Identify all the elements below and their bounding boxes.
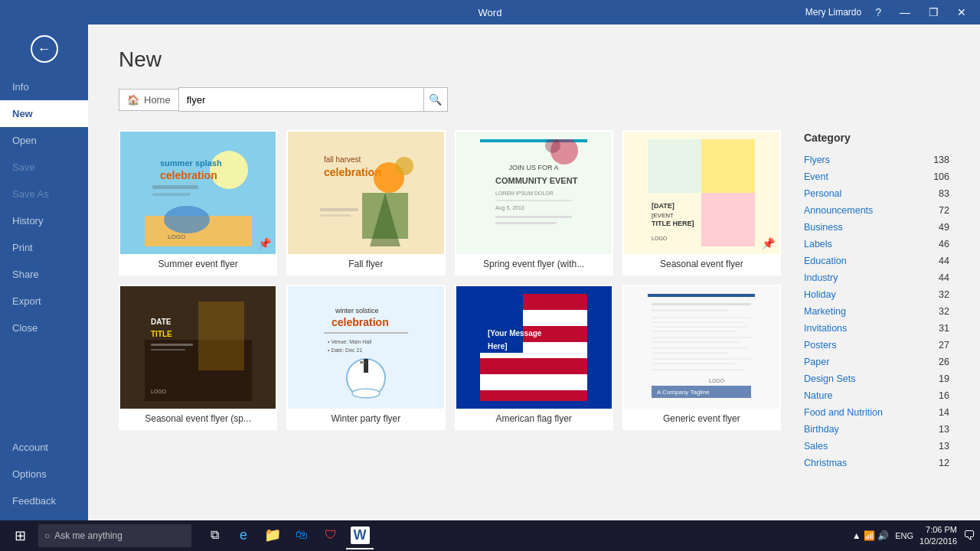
sidebar-item-new[interactable]: New <box>0 100 88 127</box>
sidebar-item-export[interactable]: Export <box>0 288 88 315</box>
notification-icon[interactable]: 🗨 <box>963 529 975 543</box>
category-item-holiday[interactable]: Holiday32 <box>804 286 949 303</box>
category-item-personal[interactable]: Personal83 <box>804 185 949 202</box>
template-card-spring[interactable]: JOIN US FOR A COMMUNITY EVENT LOREM IPSU… <box>455 130 613 276</box>
template-label-seasonal2: Seasonal event flyer (sp... <box>120 409 276 429</box>
category-label: Posters <box>804 340 836 350</box>
category-count: 32 <box>939 289 949 300</box>
search-icon: 🔍 <box>429 93 442 106</box>
template-card-seasonal[interactable]: [DATE] [EVENT TITLE HERE] LOGO 📌Seasonal… <box>622 130 781 276</box>
svg-text:• Date: Dec 21: • Date: Dec 21 <box>328 347 362 353</box>
category-item-christmas[interactable]: Christmas12 <box>804 455 949 471</box>
close-button[interactable]: ✕ <box>952 6 971 18</box>
category-count: 13 <box>939 441 949 452</box>
search-input[interactable] <box>178 87 423 112</box>
category-item-food-and-nutrition[interactable]: Food and Nutrition14 <box>804 404 949 421</box>
app-name: Word <box>479 7 502 18</box>
category-label: Paper <box>804 357 829 367</box>
category-item-posters[interactable]: Posters27 <box>804 337 949 354</box>
category-label: Event <box>804 171 828 182</box>
svg-point-52 <box>352 389 380 398</box>
template-thumb-winter: winter solstice celebration • Venue: Mai… <box>288 286 443 409</box>
category-title: Category <box>804 130 949 144</box>
taskbar-store[interactable]: 🛍 <box>288 522 315 549</box>
taskbar-word[interactable]: W <box>346 522 374 549</box>
template-thumb-fall: fall harvest celebration <box>288 132 443 254</box>
taskbar-edge[interactable]: e <box>230 522 257 549</box>
explorer-icon: 📁 <box>264 527 281 543</box>
svg-rect-31 <box>701 139 755 193</box>
template-thumb-seasonal: [DATE] [EVENT TITLE HERE] LOGO 📌 <box>624 132 779 254</box>
category-item-event[interactable]: Event106 <box>804 168 949 185</box>
sidebar-item-close[interactable]: Close <box>0 315 88 341</box>
category-item-birthday[interactable]: Birthday13 <box>804 421 949 438</box>
start-button[interactable]: ⊞ <box>5 522 35 549</box>
pin-icon[interactable]: 📌 <box>258 237 271 249</box>
template-card-flag[interactable]: [Your Message Here] American flag flyer <box>455 285 613 430</box>
category-label: Invitations <box>804 323 847 334</box>
category-count: 106 <box>933 171 949 182</box>
sidebar-item-info[interactable]: Info <box>0 73 88 100</box>
taskbar-search-label: Ask me anything <box>54 530 122 541</box>
svg-rect-71 <box>652 321 743 323</box>
template-card-generic[interactable]: LOGO A Company Tagline Generic event fly… <box>622 285 781 430</box>
category-label: Flyers <box>804 155 830 165</box>
svg-text:COMMUNITY EVENT: COMMUNITY EVENT <box>495 176 578 185</box>
taskview-icon: ⧉ <box>211 528 219 542</box>
category-count: 83 <box>939 188 949 199</box>
category-item-labels[interactable]: Labels46 <box>804 236 949 253</box>
category-item-paper[interactable]: Paper26 <box>804 354 949 370</box>
sidebar-item-open[interactable]: Open <box>0 127 88 154</box>
category-item-business[interactable]: Business49 <box>804 219 949 236</box>
svg-text:LOGO: LOGO <box>168 233 185 240</box>
home-icon: 🏠 <box>127 94 139 106</box>
category-item-industry[interactable]: Industry44 <box>804 269 949 286</box>
template-card-summer[interactable]: summer splash celebration LOGO 📌Summer e… <box>119 130 277 276</box>
sidebar-item-history[interactable]: History <box>0 207 88 234</box>
content-area: New 🏠 Home 🔍 summer splash celebration L… <box>88 24 980 520</box>
category-count: 46 <box>939 239 949 249</box>
restore-button[interactable]: ❐ <box>924 6 943 18</box>
taskbar-taskview[interactable]: ⧉ <box>201 522 228 549</box>
home-link[interactable]: 🏠 Home <box>119 89 178 111</box>
category-item-flyers[interactable]: Flyers138 <box>804 152 949 168</box>
svg-text:[Your Message: [Your Message <box>488 329 542 337</box>
category-item-marketing[interactable]: Marketing32 <box>804 303 949 320</box>
pin-icon[interactable]: 📌 <box>762 237 775 249</box>
taskbar-search[interactable]: ○ Ask me anything <box>38 524 191 547</box>
template-card-fall[interactable]: fall harvest celebration Fall flyer <box>286 130 445 276</box>
minimize-button[interactable]: — <box>895 6 915 18</box>
sidebar-item-print[interactable]: Print <box>0 234 88 261</box>
category-item-sales[interactable]: Sales13 <box>804 438 949 455</box>
svg-rect-53 <box>364 359 368 373</box>
sidebar-item-share[interactable]: Share <box>0 261 88 288</box>
sidebar-item-options[interactable]: Options <box>0 461 88 487</box>
category-count: 16 <box>939 390 949 401</box>
svg-point-7 <box>164 206 210 233</box>
category-item-invitations[interactable]: Invitations31 <box>804 320 949 337</box>
category-item-education[interactable]: Education44 <box>804 253 949 269</box>
template-card-seasonal2[interactable]: DATE TITLE LOGO Seasonal event flyer (sp… <box>119 285 277 430</box>
sidebar-item-account[interactable]: Account <box>0 434 88 461</box>
search-button[interactable]: 🔍 <box>423 87 448 112</box>
template-thumb-generic: LOGO A Company Tagline <box>624 286 779 409</box>
category-item-design-sets[interactable]: Design Sets19 <box>804 370 949 387</box>
category-label: Industry <box>804 272 838 283</box>
svg-text:winter solstice: winter solstice <box>335 307 379 315</box>
clock-time: 7:06 PM <box>920 524 957 536</box>
help-button[interactable]: ? <box>871 6 886 18</box>
svg-rect-43 <box>151 344 193 346</box>
taskbar-explorer[interactable]: 📁 <box>259 522 286 549</box>
taskbar-security[interactable]: 🛡 <box>317 522 345 549</box>
svg-text:LOGO: LOGO <box>709 378 725 383</box>
back-button[interactable]: ← <box>0 24 88 73</box>
category-label: Design Sets <box>804 373 855 384</box>
clock-date: 10/2/2016 <box>920 536 957 547</box>
system-tray: ▲ 📶 🔊 <box>852 530 890 541</box>
category-item-announcements[interactable]: Announcements72 <box>804 202 949 219</box>
template-card-winter[interactable]: winter solstice celebration • Venue: Mai… <box>286 285 445 430</box>
category-item-nature[interactable]: Nature16 <box>804 387 949 404</box>
sidebar-item-feedback[interactable]: Feedback <box>0 487 88 514</box>
cortana-icon: ○ <box>44 530 50 541</box>
svg-text:summer splash: summer splash <box>160 158 222 168</box>
